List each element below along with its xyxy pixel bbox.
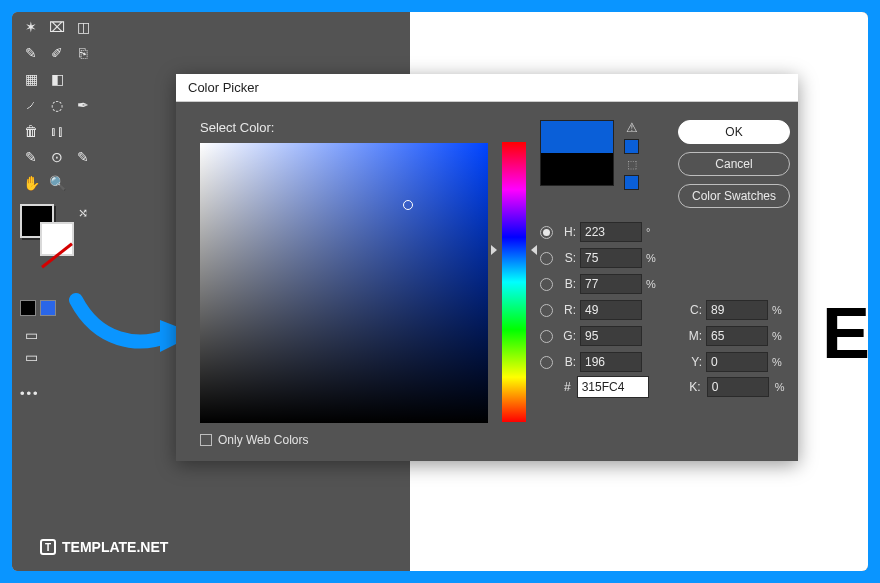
color-picker-dialog: Color Picker Select Color: Only Web Colo… — [176, 74, 798, 461]
blank-icon — [72, 68, 94, 90]
cube-icon[interactable]: ⬚ — [627, 158, 637, 171]
watermark: T TEMPLATE.NET — [40, 539, 168, 555]
watermark-text: TEMPLATE.NET — [62, 539, 168, 555]
mini-swatch-black[interactable] — [20, 300, 36, 316]
input-k[interactable] — [707, 377, 769, 397]
unit-c: % — [772, 304, 790, 316]
input-m[interactable] — [706, 326, 768, 346]
radio-b[interactable] — [540, 356, 553, 369]
blank2-icon — [72, 120, 94, 142]
unit-m: % — [772, 330, 790, 342]
unit-s: % — [646, 252, 676, 264]
only-web-colors-checkbox[interactable] — [200, 434, 212, 446]
label-g: G: — [562, 329, 576, 343]
radio-g[interactable] — [540, 330, 553, 343]
select-color-label: Select Color: — [200, 120, 488, 135]
only-web-colors-label: Only Web Colors — [218, 433, 308, 447]
swap-colors-icon[interactable]: ⤭ — [78, 206, 88, 220]
overlap-icon[interactable]: ▭ — [20, 324, 42, 346]
dodge-icon[interactable]: ⊙ — [46, 146, 68, 168]
label-hex: # — [564, 380, 571, 394]
input-s[interactable] — [580, 248, 642, 268]
unit-bv: % — [646, 278, 676, 290]
pencil-icon[interactable]: ✐ — [46, 42, 68, 64]
gamut-warning-icon[interactable]: ⚠ — [626, 120, 638, 135]
gamut-swatch[interactable] — [624, 139, 639, 154]
unit-k: % — [775, 381, 785, 393]
background-swatch[interactable] — [40, 222, 74, 256]
chart-icon[interactable]: ⫾⫿ — [46, 120, 68, 142]
radio-h[interactable] — [540, 226, 553, 239]
unit-h: ° — [646, 226, 676, 238]
radio-s[interactable] — [540, 252, 553, 265]
input-r[interactable] — [580, 300, 642, 320]
brush2-icon[interactable]: ✎ — [20, 146, 42, 168]
clone-icon[interactable]: ⎘ — [72, 42, 94, 64]
mini-swatch-blue[interactable] — [40, 300, 56, 316]
label-m: M: — [680, 329, 702, 343]
preview-new — [541, 121, 613, 153]
ok-button[interactable]: OK — [678, 120, 790, 144]
color-preview — [540, 120, 614, 186]
input-bv[interactable] — [580, 274, 642, 294]
perspective-icon[interactable]: ◫ — [72, 16, 94, 38]
more-tools-icon[interactable]: ••• — [20, 386, 94, 401]
label-h: H: — [562, 225, 576, 239]
label-s: S: — [562, 251, 576, 265]
input-h[interactable] — [580, 222, 642, 242]
grid-icon[interactable]: ▦ — [20, 68, 42, 90]
trash-icon[interactable]: 🗑 — [20, 120, 42, 142]
radio-r[interactable] — [540, 304, 553, 317]
text-object[interactable]: EI — [822, 292, 868, 374]
brush-icon[interactable]: ✎ — [20, 42, 42, 64]
color-swatches-button[interactable]: Color Swatches — [678, 184, 790, 208]
watermark-icon: T — [40, 539, 56, 555]
gradient-icon[interactable]: ◧ — [46, 68, 68, 90]
label-bv: B: — [562, 277, 576, 291]
label-k: K: — [679, 380, 701, 394]
hand-icon[interactable]: ✋ — [20, 172, 42, 194]
label-c: C: — [680, 303, 702, 317]
healing-brush-icon[interactable]: ✶ — [20, 16, 42, 38]
crop-icon[interactable]: ⌧ — [46, 16, 68, 38]
input-y[interactable] — [706, 352, 768, 372]
zoom-icon[interactable]: 🔍 — [46, 172, 68, 194]
input-g[interactable] — [580, 326, 642, 346]
eyedropper-icon[interactable]: ⟋ — [20, 94, 42, 116]
blank3-icon — [72, 172, 94, 194]
hue-slider[interactable] — [502, 142, 526, 422]
saturation-value-field[interactable] — [200, 143, 488, 423]
blur-icon[interactable]: ◌ — [46, 94, 68, 116]
radio-bv[interactable] — [540, 278, 553, 291]
cancel-button[interactable]: Cancel — [678, 152, 790, 176]
websafe-swatch[interactable] — [624, 175, 639, 190]
unit-y: % — [772, 356, 790, 368]
pen-icon[interactable]: ✒ — [72, 94, 94, 116]
overlap2-icon[interactable]: ▭ — [20, 346, 42, 368]
sv-marker[interactable] — [403, 200, 413, 210]
input-b[interactable] — [580, 352, 642, 372]
preview-old[interactable] — [541, 153, 613, 185]
brush3-icon[interactable]: ✎ — [72, 146, 94, 168]
label-r: R: — [562, 303, 576, 317]
input-hex[interactable] — [577, 376, 649, 398]
label-y: Y: — [680, 355, 702, 369]
input-c[interactable] — [706, 300, 768, 320]
dialog-title: Color Picker — [176, 74, 798, 102]
label-b: B: — [562, 355, 576, 369]
